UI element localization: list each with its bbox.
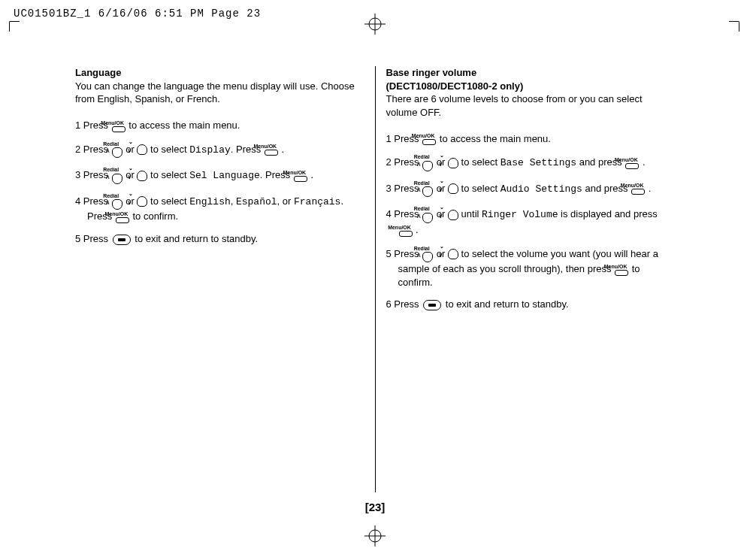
section-intro: You can change the language the menu dis… [75, 80, 364, 106]
left-column: Language You can change the language the… [68, 66, 372, 492]
step-5: 5 Press Redial or ⌄ to select the volume… [386, 246, 676, 289]
down-icon: ⌄ [448, 210, 458, 220]
menu-ok-icon: Menu/OK [399, 225, 413, 237]
crop-mark-tr [729, 21, 739, 32]
menu-ok-icon: Menu/OK [294, 170, 307, 182]
down-icon: ⌄ [137, 196, 147, 207]
steps-list-right: 1 Press Menu/OK to access the main menu.… [386, 132, 676, 311]
step-6: 6 Press to exit and return to standby. [386, 298, 676, 311]
step-3: 3 Press Redial or ⌄ to select Sel Langua… [75, 167, 364, 184]
down-icon: ⌄ [448, 158, 458, 168]
page-content: Language You can change the language the… [68, 66, 682, 492]
steps-list-left: 1 Press Menu/OK to access the main menu.… [75, 119, 364, 245]
menu-ok-icon: Menu/OK [625, 157, 639, 169]
crop-mark-tl [9, 21, 20, 32]
menu-ok-icon: Menu/OK [631, 183, 645, 195]
menu-ok-icon: Menu/OK [422, 133, 436, 145]
step-2: 2 Press Redial or ⌄ to select Display. P… [75, 141, 364, 159]
redial-up-icon: Redial [422, 154, 433, 171]
right-column: Base ringer volume (DECT1080/DECT1080-2 … [379, 66, 683, 492]
redial-up-icon: Redial [112, 167, 122, 184]
end-call-icon [113, 235, 131, 245]
down-icon: ⌄ [448, 249, 458, 259]
section-title-language: Language [75, 66, 364, 80]
step-1: 1 Press Menu/OK to access the main menu. [75, 119, 364, 132]
section-intro: There are 6 volume levels to choose from… [386, 92, 676, 119]
redial-up-icon: Redial [422, 180, 433, 198]
menu-ok-icon: Menu/OK [615, 264, 628, 276]
redial-up-icon: Redial [422, 206, 433, 223]
step-4: 4 Press Redial or ⌄ to select English, E… [75, 193, 364, 223]
column-divider [375, 66, 376, 492]
end-call-icon [423, 300, 441, 310]
redial-up-icon: Redial [112, 141, 122, 159]
step-4: 4 Press Redial or ⌄ until Ringer Volume … [386, 206, 676, 236]
step-5: 5 Press to exit and return to standby. [75, 232, 364, 246]
registration-mark-top [364, 14, 386, 35]
step-2: 2 Press Redial or ⌄ to select Base Setti… [386, 154, 676, 171]
section-subtitle: (DECT1080/DECT1080-2 only) [386, 80, 676, 93]
menu-ok-icon: Menu/OK [112, 120, 126, 132]
down-icon: ⌄ [137, 171, 147, 181]
step-1: 1 Press Menu/OK to access the main menu. [386, 132, 676, 146]
step-3: 3 Press Redial or ⌄ to select Audio Sett… [386, 180, 676, 198]
page-number: [23] [365, 501, 386, 513]
down-icon: ⌄ [137, 144, 147, 155]
menu-ok-icon: Menu/OK [116, 211, 129, 223]
menu-ok-icon: Menu/OK [265, 144, 278, 156]
redial-up-icon: Redial [422, 246, 433, 263]
registration-mark-bottom [364, 525, 386, 546]
slug-header: UC01501BZ_1 6/16/06 6:51 PM Page 23 [14, 8, 261, 20]
section-title-ringer: Base ringer volume [386, 66, 676, 80]
down-icon: ⌄ [448, 183, 458, 194]
redial-up-icon: Redial [112, 193, 122, 210]
